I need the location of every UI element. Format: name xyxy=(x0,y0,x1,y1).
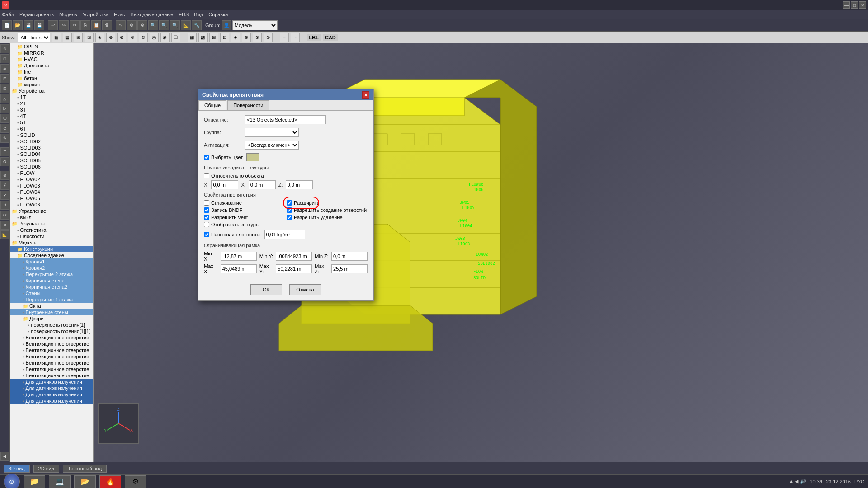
lefttool6[interactable]: △ xyxy=(0,94,9,103)
tree-item[interactable]: ▪ SOLID02 xyxy=(10,138,93,145)
ok-button[interactable]: OK xyxy=(250,284,282,295)
redo-icon[interactable]: ↪ xyxy=(59,20,69,30)
lefttool17[interactable]: ⟳ xyxy=(0,211,9,220)
tool8-icon[interactable]: 🔧 xyxy=(192,20,202,30)
taskbar-btn3[interactable]: 📂 xyxy=(74,475,96,488)
show-btn5[interactable]: ◈ xyxy=(95,33,104,42)
view-btn2[interactable]: ▩ xyxy=(198,33,208,42)
tool4-icon[interactable]: 🔍 xyxy=(148,20,158,30)
lefttool12[interactable]: O xyxy=(0,157,9,166)
view-btn3[interactable]: ⊞ xyxy=(209,33,218,42)
tree-item[interactable]: ▪ FLOW05 xyxy=(10,195,93,202)
minimize-button[interactable]: — xyxy=(843,1,850,9)
lefttool13[interactable]: ⊕ xyxy=(0,171,9,180)
tree-item[interactable]: ▪ 1Т xyxy=(10,94,93,100)
tool5-icon[interactable]: 🔍 xyxy=(159,20,169,30)
lefttool9[interactable]: ⊙ xyxy=(0,124,9,133)
tree-item[interactable]: 📁 Результаты xyxy=(10,221,93,227)
miny-input[interactable] xyxy=(276,252,312,261)
close-button[interactable]: ✕ xyxy=(859,1,866,9)
lefttool18[interactable]: ⊗ xyxy=(0,221,9,230)
tree-item[interactable]: ▪ поверхность горения[1] xyxy=(10,322,93,328)
tree-item[interactable]: 📁 кирпич xyxy=(10,81,93,88)
view-btn7[interactable]: ⊗ xyxy=(253,33,262,42)
tree-item[interactable]: 📁 Конструкции xyxy=(10,246,93,252)
menu-item-[interactable]: Модель xyxy=(59,12,77,17)
tree-item[interactable]: ▪ FLOW02 xyxy=(10,176,93,183)
relative-checkbox[interactable] xyxy=(204,173,209,178)
show-btn7[interactable]: ⊗ xyxy=(117,33,126,42)
lefttool15[interactable]: ✔ xyxy=(0,191,9,200)
density-checkbox[interactable] xyxy=(204,232,209,237)
maxy-input[interactable] xyxy=(276,264,312,273)
menu-item-[interactable]: Вид xyxy=(194,12,203,17)
view-btn6[interactable]: ⊕ xyxy=(242,33,251,42)
tree-item[interactable]: ▪ Перекрытие 2 этажа xyxy=(10,271,93,277)
viewport[interactable]: FLOW06 -L1006 JW05 -L1005 JW04 -L1004 JW… xyxy=(94,43,868,462)
tree-item[interactable]: ▪ 5Т xyxy=(10,119,93,126)
tree-item[interactable]: ▪ FLOW xyxy=(10,170,93,176)
show-select[interactable]: All Floors xyxy=(18,33,50,42)
tree-item[interactable]: ▪ SOLID04 xyxy=(10,151,93,157)
tree-item[interactable]: ▪ Кровля1 xyxy=(10,258,93,265)
tree-item[interactable]: 📁 HVAC xyxy=(10,56,93,62)
lefttool1[interactable]: ⊕ xyxy=(0,44,9,53)
tree-item[interactable]: ▪ Кирпичная стена2 xyxy=(10,284,93,290)
tab-2d[interactable]: 2D вид xyxy=(33,465,60,473)
menu-item-[interactable]: Выходные данные xyxy=(131,12,174,17)
view-btn5[interactable]: ◈ xyxy=(231,33,240,42)
tree-item[interactable]: 📁 Управление xyxy=(10,208,93,214)
show-btn1[interactable]: ▦ xyxy=(52,33,61,42)
tree-item[interactable]: ▪ поверхность горения[1][1] xyxy=(10,328,93,334)
scale-btn[interactable]: ↔ xyxy=(280,33,289,42)
select-icon[interactable]: ↖ xyxy=(116,20,126,30)
maximize-button[interactable]: □ xyxy=(851,1,858,9)
view-btn4[interactable]: ⊡ xyxy=(220,33,229,42)
tree-item[interactable]: ▪ FLOW04 xyxy=(10,189,93,195)
tree-item[interactable]: 📁 Модель xyxy=(10,239,93,246)
density-input[interactable] xyxy=(264,230,305,239)
delete-icon[interactable]: 🗑 xyxy=(102,20,112,30)
lefttool5[interactable]: ⊟ xyxy=(0,84,9,93)
lefttool16[interactable]: ↺ xyxy=(0,201,9,210)
open-icon[interactable]: 📂 xyxy=(13,20,23,30)
delete-checkbox[interactable] xyxy=(287,215,292,220)
tree-item[interactable]: 📁 Соседнее здание xyxy=(10,252,93,258)
taskbar-btn2[interactable]: 💻 xyxy=(49,475,71,488)
show-btn10[interactable]: ◎ xyxy=(150,33,159,42)
show-btn9[interactable]: ⊚ xyxy=(139,33,148,42)
color-picker[interactable] xyxy=(246,153,259,161)
start-button[interactable]: ⊙ xyxy=(4,474,20,488)
arrow-btn[interactable]: → xyxy=(291,33,300,42)
tree-item[interactable]: 📁 fire xyxy=(10,69,93,75)
lefttool4[interactable]: ⊞ xyxy=(0,74,9,83)
minx-input[interactable] xyxy=(221,252,257,261)
tree-item[interactable]: 📁 Устройства xyxy=(10,88,93,94)
tree-item[interactable]: ▪ Для датчиков излучения xyxy=(10,379,93,385)
tree-item[interactable]: ▪ Вентиляционное отверстие xyxy=(10,360,93,366)
taskbar-btn1[interactable]: 📁 xyxy=(24,475,45,488)
tree-item[interactable]: ▪ Перекрытие 1 этажа xyxy=(10,296,93,303)
tool2-icon[interactable]: ⊕ xyxy=(127,20,137,30)
dialog-close-button[interactable]: ✕ xyxy=(362,91,369,99)
lefttool-bottom1[interactable]: ◀ xyxy=(0,452,9,461)
tree-item[interactable]: ▪ SOLID03 xyxy=(10,145,93,151)
menu-item-fds[interactable]: FDS xyxy=(179,12,189,17)
tree-item[interactable]: ▪ выкл xyxy=(10,214,93,221)
tree-item[interactable]: ▪ FLOW03 xyxy=(10,183,93,189)
new-icon[interactable]: 📄 xyxy=(2,20,12,30)
show-btn3[interactable]: ⊞ xyxy=(74,33,83,42)
group-select[interactable]: Модель xyxy=(232,20,278,30)
show-btn4[interactable]: ⊡ xyxy=(85,33,94,42)
show-btn8[interactable]: ⊙ xyxy=(128,33,137,42)
tree-item[interactable]: ▪ 4Т xyxy=(10,113,93,119)
tz-input[interactable] xyxy=(286,180,313,189)
tree-item[interactable]: ▪ Для датчиков излучения xyxy=(10,398,93,404)
tree-item[interactable]: ▪ Кровля2 xyxy=(10,265,93,271)
taskbar-btn5[interactable]: ⚙ xyxy=(125,475,146,488)
tab-general[interactable]: Общие xyxy=(198,100,226,110)
activation-select[interactable]: <Всегда включен> xyxy=(245,141,299,150)
maxx-input[interactable] xyxy=(221,264,257,273)
description-input[interactable] xyxy=(245,115,326,124)
save-icon[interactable]: 💾 xyxy=(24,20,33,30)
